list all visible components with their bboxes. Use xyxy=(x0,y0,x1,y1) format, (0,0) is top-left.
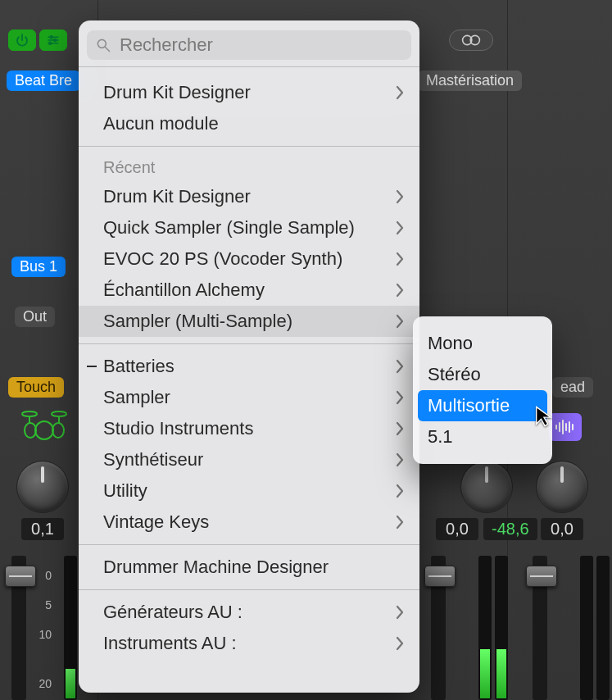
chevron-right-icon xyxy=(395,484,405,498)
submenu-item[interactable]: 5.1 xyxy=(413,421,552,452)
chevron-right-icon xyxy=(395,283,405,298)
svg-point-9 xyxy=(25,423,36,438)
fader[interactable]: 0 5 10 20 xyxy=(7,556,80,700)
level-meter xyxy=(66,669,75,698)
chevron-right-icon xyxy=(395,515,405,530)
menu-item-label: Instruments AU : xyxy=(103,633,395,654)
menu-item-label: Batteries xyxy=(103,356,395,377)
svg-point-11 xyxy=(22,411,37,416)
power-row xyxy=(8,30,67,51)
menu-item-label: Sampler xyxy=(103,387,395,408)
svg-line-22 xyxy=(106,48,110,52)
menu-item-label: Drummer Machine Designer xyxy=(103,557,405,578)
chevron-right-icon xyxy=(395,359,405,374)
submenu-item[interactable]: Multisortie xyxy=(418,390,547,421)
drumkit-icon xyxy=(20,406,69,445)
pan-value: 0,0 xyxy=(541,518,583,540)
stereo-icon xyxy=(458,33,484,48)
svg-point-8 xyxy=(35,421,53,439)
menu-item-label: Studio Instruments xyxy=(103,418,395,439)
sliders-button[interactable] xyxy=(39,30,67,51)
menu-item-label: EVOC 20 PS (Vocoder Synth) xyxy=(103,248,395,270)
menu-item-label: Aucun module xyxy=(103,113,405,134)
automation-mode[interactable]: Touch xyxy=(8,377,64,398)
waveform-icon xyxy=(554,420,577,434)
menu-item-label: Drum Kit Designer xyxy=(103,186,395,207)
menu-item[interactable]: Instruments AU : xyxy=(79,628,419,659)
search-field[interactable] xyxy=(87,30,411,60)
menu-item[interactable]: Synthétiseur xyxy=(79,444,419,475)
menu-item[interactable]: Drummer Machine Designer xyxy=(79,552,419,583)
search-input[interactable] xyxy=(120,34,403,56)
chevron-right-icon xyxy=(395,390,405,405)
chevron-right-icon xyxy=(395,421,405,436)
svg-point-21 xyxy=(97,39,106,48)
chevron-right-icon xyxy=(395,314,405,329)
scale-label: 0 xyxy=(45,569,52,582)
pan-knob[interactable] xyxy=(536,461,588,513)
menu-item-label: Vintage Keys xyxy=(103,511,395,533)
menu-item[interactable]: Drum Kit Designer xyxy=(79,181,419,212)
svg-point-3 xyxy=(50,36,52,39)
chevron-right-icon xyxy=(395,85,405,100)
plugin-slot[interactable]: Mastérisation xyxy=(418,70,522,91)
menu-item[interactable]: Batteries xyxy=(79,351,419,382)
plugin-slot[interactable]: Beat Bre xyxy=(7,70,80,91)
submenu-item[interactable]: Stéréo xyxy=(413,359,552,390)
menu-list: Drum Kit DesignerAucun moduleRécentDrum … xyxy=(79,74,419,669)
menu-item[interactable]: Utility xyxy=(79,475,419,507)
chevron-right-icon xyxy=(395,252,405,266)
search-icon xyxy=(95,37,111,53)
scale-label: 5 xyxy=(45,598,52,611)
svg-point-5 xyxy=(49,42,52,44)
menu-item[interactable]: Échantillon Alchemy xyxy=(79,275,419,306)
menu-item-label: Utility xyxy=(103,480,395,502)
meter-value: -48,6 xyxy=(483,518,537,540)
chevron-right-icon xyxy=(395,605,405,620)
submenu-item[interactable]: Mono xyxy=(413,328,552,359)
scale-label: 20 xyxy=(39,677,52,690)
level-meter xyxy=(480,649,490,698)
menu-item-label: Échantillon Alchemy xyxy=(103,280,395,301)
svg-point-4 xyxy=(54,39,57,42)
fader[interactable] xyxy=(528,556,601,700)
menu-section-header: Récent xyxy=(79,153,419,181)
menu-item-label: Drum Kit Designer xyxy=(103,82,395,103)
menu-item[interactable]: Vintage Keys xyxy=(79,507,419,538)
menu-item[interactable]: Sampler (Multi-Sample) xyxy=(79,306,419,337)
pan-value: 0,1 xyxy=(21,518,64,540)
menu-item[interactable]: Quick Sampler (Single Sample) xyxy=(79,212,419,243)
chevron-right-icon xyxy=(395,189,405,204)
menu-item[interactable]: Sampler xyxy=(79,382,419,413)
menu-item[interactable]: EVOC 20 PS (Vocoder Synth) xyxy=(79,243,419,275)
svg-point-12 xyxy=(52,411,66,416)
level-meter xyxy=(496,649,506,698)
stereo-toggle[interactable] xyxy=(449,30,493,51)
menu-item-label: Sampler (Multi-Sample) xyxy=(103,311,395,332)
output-format-submenu: MonoStéréoMultisortie5.1 xyxy=(413,316,552,464)
scale-label: 10 xyxy=(39,628,52,641)
output-slot[interactable]: Out xyxy=(15,307,55,327)
bus-send[interactable]: Bus 1 xyxy=(11,257,66,277)
power-button[interactable] xyxy=(8,30,36,51)
chevron-right-icon xyxy=(395,220,405,235)
chevron-right-icon xyxy=(395,452,405,467)
menu-item[interactable]: Drum Kit Designer xyxy=(79,77,419,108)
svg-point-10 xyxy=(52,423,64,438)
power-icon xyxy=(15,33,29,48)
fader[interactable] xyxy=(426,556,500,700)
sliders-icon xyxy=(46,33,61,48)
chevron-right-icon xyxy=(395,636,405,651)
menu-item-label: Quick Sampler (Single Sample) xyxy=(103,217,395,239)
menu-item[interactable]: Aucun module xyxy=(79,108,419,139)
pan-knob[interactable] xyxy=(460,461,513,513)
menu-item-label: Générateurs AU : xyxy=(103,602,395,623)
menu-item[interactable]: Générateurs AU : xyxy=(79,597,419,628)
waveform-chip[interactable] xyxy=(549,413,582,441)
instrument-menu-popover: Drum Kit DesignerAucun moduleRécentDrum … xyxy=(79,20,419,693)
pan-knob[interactable] xyxy=(16,461,69,513)
menu-item[interactable]: Studio Instruments xyxy=(79,413,419,444)
automation-mode[interactable]: ead xyxy=(552,377,593,398)
menu-item-label: Synthétiseur xyxy=(103,449,395,470)
pan-value: 0,0 xyxy=(436,518,478,540)
